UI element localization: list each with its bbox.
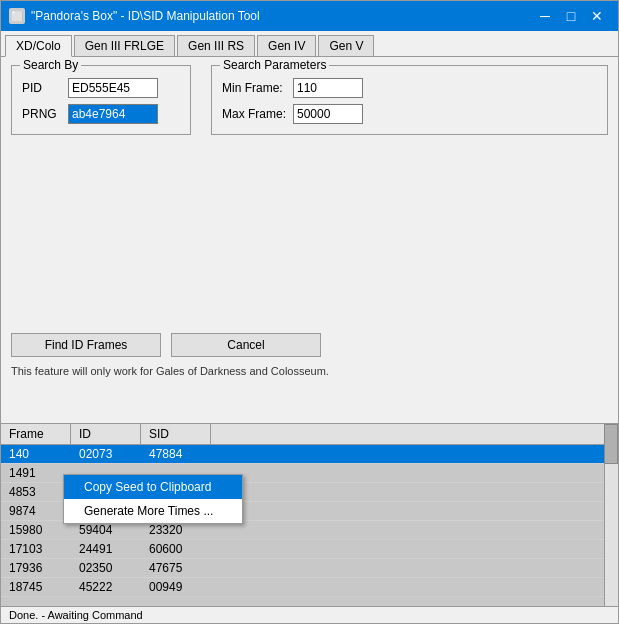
search-by-title: Search By [20,58,81,72]
cell-sid: 60600 [141,540,211,558]
table-body[interactable]: 140 02073 47884 Copy Seed to Clipboard G… [1,445,618,606]
tab-gen3-frlge[interactable]: Gen III FRLGE [74,35,175,56]
search-by-group: Search By PID PRNG [11,65,191,135]
cell-id: 02073 [71,445,141,463]
cell-frame: 1491 [1,464,71,482]
tab-gen5[interactable]: Gen V [318,35,374,56]
cell-frame: 140 [1,445,71,463]
cell-frame: 4853 [1,483,71,501]
min-frame-label: Min Frame: [222,81,287,95]
main-window: ⬜ "Pandora's Box" - ID\SID Manipulation … [0,0,619,624]
buttons-row: Find ID Frames Cancel [1,325,618,365]
empty-space [1,143,618,325]
min-frame-row: Min Frame: [222,78,597,98]
cell-sid: 00949 [141,578,211,596]
context-menu-generate-more[interactable]: Generate More Times ... [64,499,242,523]
info-text: This feature will only work for Gales of… [1,365,618,383]
context-menu: Copy Seed to Clipboard Generate More Tim… [63,474,243,524]
status-bar: Done. - Awaiting Command [1,606,618,623]
search-params-title: Search Parameters [220,58,329,72]
form-section: Search By PID PRNG Search Parameters Min… [1,57,618,143]
cell-sid: 47675 [141,559,211,577]
table-header: Frame ID SID [1,424,618,445]
table-row[interactable]: 17936 02350 47675 [1,559,618,578]
cell-id: 02350 [71,559,141,577]
max-frame-row: Max Frame: [222,104,597,124]
search-params-group: Search Parameters Min Frame: Max Frame: [211,65,608,135]
find-id-frames-button[interactable]: Find ID Frames [11,333,161,357]
context-menu-copy-seed[interactable]: Copy Seed to Clipboard [64,475,242,499]
min-frame-input[interactable] [293,78,363,98]
pid-field-row: PID [22,78,180,98]
empty-space-2 [1,383,618,423]
pid-label: PID [22,81,62,95]
max-frame-input[interactable] [293,104,363,124]
cell-sid: 47884 [141,445,211,463]
tab-gen4[interactable]: Gen IV [257,35,316,56]
pid-input[interactable] [68,78,158,98]
cell-frame: 15980 [1,521,71,539]
cell-id: 45222 [71,578,141,596]
title-bar: ⬜ "Pandora's Box" - ID\SID Manipulation … [1,1,618,31]
table-row[interactable]: 140 02073 47884 [1,445,618,464]
title-bar-controls: ─ □ ✕ [532,5,610,27]
minimize-button[interactable]: ─ [532,5,558,27]
col-frame: Frame [1,424,71,444]
window-title: "Pandora's Box" - ID\SID Manipulation To… [31,9,260,23]
prng-label: PRNG [22,107,62,121]
table-row[interactable]: 18745 45222 00949 [1,578,618,597]
cell-frame: 17103 [1,540,71,558]
table-row[interactable]: 17103 24491 60600 [1,540,618,559]
cell-frame: 17936 [1,559,71,577]
tab-gen3-rs[interactable]: Gen III RS [177,35,255,56]
col-sid: SID [141,424,211,444]
form-row: Search By PID PRNG Search Parameters Min… [11,65,608,135]
title-bar-left: ⬜ "Pandora's Box" - ID\SID Manipulation … [9,8,260,24]
close-button[interactable]: ✕ [584,5,610,27]
cell-frame: 18745 [1,578,71,596]
content-area: Search By PID PRNG Search Parameters Min… [1,57,618,623]
app-icon: ⬜ [9,8,25,24]
cancel-button[interactable]: Cancel [171,333,321,357]
prng-input[interactable] [68,104,158,124]
prng-field-row: PRNG [22,104,180,124]
cell-id: 24491 [71,540,141,558]
col-id: ID [71,424,141,444]
scrollbar-thumb[interactable] [604,424,618,464]
scrollbar-track[interactable] [604,424,618,606]
tab-xd-colo[interactable]: XD/Colo [5,35,72,57]
table-section: Frame ID SID 140 02073 47884 Copy Seed t… [1,423,618,606]
maximize-button[interactable]: □ [558,5,584,27]
cell-frame: 9874 [1,502,71,520]
tabs-bar: XD/Colo Gen III FRLGE Gen III RS Gen IV … [1,31,618,57]
max-frame-label: Max Frame: [222,107,287,121]
